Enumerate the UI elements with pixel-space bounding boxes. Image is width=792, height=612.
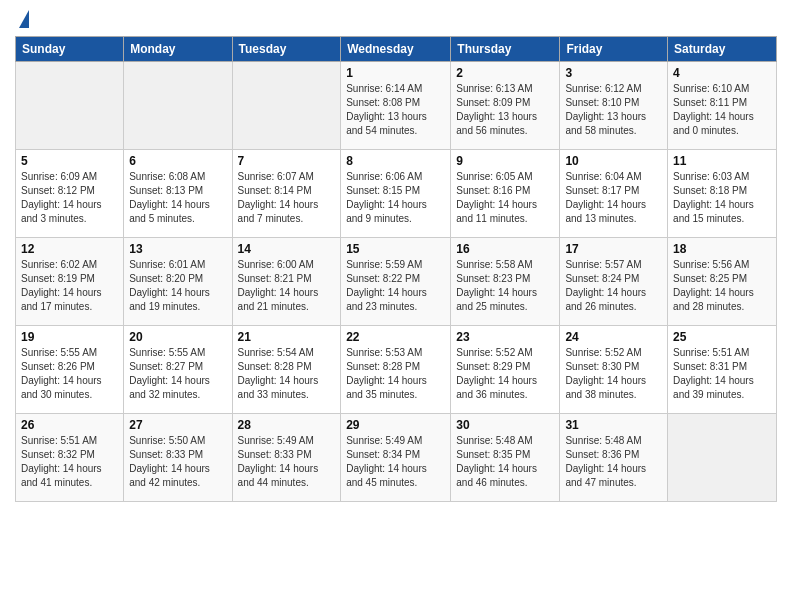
day-number: 24 — [565, 330, 662, 344]
day-cell: 20Sunrise: 5:55 AM Sunset: 8:27 PM Dayli… — [124, 326, 232, 414]
day-cell: 14Sunrise: 6:00 AM Sunset: 8:21 PM Dayli… — [232, 238, 341, 326]
week-row-1: 1Sunrise: 6:14 AM Sunset: 8:08 PM Daylig… — [16, 62, 777, 150]
day-number: 7 — [238, 154, 336, 168]
day-cell: 12Sunrise: 6:02 AM Sunset: 8:19 PM Dayli… — [16, 238, 124, 326]
day-cell — [124, 62, 232, 150]
header-day-tuesday: Tuesday — [232, 37, 341, 62]
day-number: 12 — [21, 242, 118, 256]
page: SundayMondayTuesdayWednesdayThursdayFrid… — [0, 0, 792, 512]
day-cell: 29Sunrise: 5:49 AM Sunset: 8:34 PM Dayli… — [341, 414, 451, 502]
day-cell: 10Sunrise: 6:04 AM Sunset: 8:17 PM Dayli… — [560, 150, 668, 238]
day-number: 14 — [238, 242, 336, 256]
day-number: 23 — [456, 330, 554, 344]
day-info: Sunrise: 5:52 AM Sunset: 8:29 PM Dayligh… — [456, 346, 554, 402]
day-cell: 30Sunrise: 5:48 AM Sunset: 8:35 PM Dayli… — [451, 414, 560, 502]
day-cell: 26Sunrise: 5:51 AM Sunset: 8:32 PM Dayli… — [16, 414, 124, 502]
calendar: SundayMondayTuesdayWednesdayThursdayFrid… — [15, 36, 777, 502]
day-cell: 21Sunrise: 5:54 AM Sunset: 8:28 PM Dayli… — [232, 326, 341, 414]
day-cell — [668, 414, 777, 502]
day-number: 9 — [456, 154, 554, 168]
day-info: Sunrise: 6:08 AM Sunset: 8:13 PM Dayligh… — [129, 170, 226, 226]
day-number: 22 — [346, 330, 445, 344]
day-number: 16 — [456, 242, 554, 256]
day-cell — [16, 62, 124, 150]
day-info: Sunrise: 5:59 AM Sunset: 8:22 PM Dayligh… — [346, 258, 445, 314]
day-cell: 13Sunrise: 6:01 AM Sunset: 8:20 PM Dayli… — [124, 238, 232, 326]
header-day-wednesday: Wednesday — [341, 37, 451, 62]
day-info: Sunrise: 5:50 AM Sunset: 8:33 PM Dayligh… — [129, 434, 226, 490]
day-number: 30 — [456, 418, 554, 432]
day-number: 19 — [21, 330, 118, 344]
day-info: Sunrise: 5:55 AM Sunset: 8:27 PM Dayligh… — [129, 346, 226, 402]
week-row-2: 5Sunrise: 6:09 AM Sunset: 8:12 PM Daylig… — [16, 150, 777, 238]
header — [15, 10, 777, 28]
day-cell: 19Sunrise: 5:55 AM Sunset: 8:26 PM Dayli… — [16, 326, 124, 414]
logo-triangle-icon — [19, 10, 29, 28]
day-info: Sunrise: 5:49 AM Sunset: 8:33 PM Dayligh… — [238, 434, 336, 490]
day-number: 10 — [565, 154, 662, 168]
day-number: 28 — [238, 418, 336, 432]
day-cell: 18Sunrise: 5:56 AM Sunset: 8:25 PM Dayli… — [668, 238, 777, 326]
day-info: Sunrise: 5:54 AM Sunset: 8:28 PM Dayligh… — [238, 346, 336, 402]
day-info: Sunrise: 6:13 AM Sunset: 8:09 PM Dayligh… — [456, 82, 554, 138]
day-number: 17 — [565, 242, 662, 256]
day-number: 1 — [346, 66, 445, 80]
day-cell: 7Sunrise: 6:07 AM Sunset: 8:14 PM Daylig… — [232, 150, 341, 238]
day-cell: 23Sunrise: 5:52 AM Sunset: 8:29 PM Dayli… — [451, 326, 560, 414]
day-number: 8 — [346, 154, 445, 168]
day-cell — [232, 62, 341, 150]
day-cell: 16Sunrise: 5:58 AM Sunset: 8:23 PM Dayli… — [451, 238, 560, 326]
day-cell: 15Sunrise: 5:59 AM Sunset: 8:22 PM Dayli… — [341, 238, 451, 326]
day-cell: 28Sunrise: 5:49 AM Sunset: 8:33 PM Dayli… — [232, 414, 341, 502]
day-info: Sunrise: 5:55 AM Sunset: 8:26 PM Dayligh… — [21, 346, 118, 402]
day-info: Sunrise: 6:10 AM Sunset: 8:11 PM Dayligh… — [673, 82, 771, 138]
day-info: Sunrise: 5:52 AM Sunset: 8:30 PM Dayligh… — [565, 346, 662, 402]
day-number: 3 — [565, 66, 662, 80]
header-row: SundayMondayTuesdayWednesdayThursdayFrid… — [16, 37, 777, 62]
day-cell: 31Sunrise: 5:48 AM Sunset: 8:36 PM Dayli… — [560, 414, 668, 502]
day-number: 21 — [238, 330, 336, 344]
day-number: 25 — [673, 330, 771, 344]
day-info: Sunrise: 6:05 AM Sunset: 8:16 PM Dayligh… — [456, 170, 554, 226]
day-number: 15 — [346, 242, 445, 256]
day-number: 13 — [129, 242, 226, 256]
day-cell: 22Sunrise: 5:53 AM Sunset: 8:28 PM Dayli… — [341, 326, 451, 414]
day-info: Sunrise: 5:49 AM Sunset: 8:34 PM Dayligh… — [346, 434, 445, 490]
day-cell: 27Sunrise: 5:50 AM Sunset: 8:33 PM Dayli… — [124, 414, 232, 502]
day-number: 27 — [129, 418, 226, 432]
day-number: 31 — [565, 418, 662, 432]
day-info: Sunrise: 5:51 AM Sunset: 8:31 PM Dayligh… — [673, 346, 771, 402]
day-number: 2 — [456, 66, 554, 80]
day-info: Sunrise: 6:06 AM Sunset: 8:15 PM Dayligh… — [346, 170, 445, 226]
day-number: 6 — [129, 154, 226, 168]
day-number: 29 — [346, 418, 445, 432]
day-cell: 25Sunrise: 5:51 AM Sunset: 8:31 PM Dayli… — [668, 326, 777, 414]
header-day-thursday: Thursday — [451, 37, 560, 62]
day-info: Sunrise: 5:53 AM Sunset: 8:28 PM Dayligh… — [346, 346, 445, 402]
week-row-4: 19Sunrise: 5:55 AM Sunset: 8:26 PM Dayli… — [16, 326, 777, 414]
day-info: Sunrise: 6:09 AM Sunset: 8:12 PM Dayligh… — [21, 170, 118, 226]
day-cell: 8Sunrise: 6:06 AM Sunset: 8:15 PM Daylig… — [341, 150, 451, 238]
day-cell: 9Sunrise: 6:05 AM Sunset: 8:16 PM Daylig… — [451, 150, 560, 238]
logo — [15, 10, 29, 28]
day-number: 20 — [129, 330, 226, 344]
day-number: 18 — [673, 242, 771, 256]
day-info: Sunrise: 5:51 AM Sunset: 8:32 PM Dayligh… — [21, 434, 118, 490]
day-info: Sunrise: 6:14 AM Sunset: 8:08 PM Dayligh… — [346, 82, 445, 138]
day-info: Sunrise: 6:04 AM Sunset: 8:17 PM Dayligh… — [565, 170, 662, 226]
header-day-friday: Friday — [560, 37, 668, 62]
day-info: Sunrise: 6:00 AM Sunset: 8:21 PM Dayligh… — [238, 258, 336, 314]
day-cell: 17Sunrise: 5:57 AM Sunset: 8:24 PM Dayli… — [560, 238, 668, 326]
day-info: Sunrise: 5:48 AM Sunset: 8:35 PM Dayligh… — [456, 434, 554, 490]
day-info: Sunrise: 6:03 AM Sunset: 8:18 PM Dayligh… — [673, 170, 771, 226]
day-info: Sunrise: 5:48 AM Sunset: 8:36 PM Dayligh… — [565, 434, 662, 490]
day-info: Sunrise: 6:02 AM Sunset: 8:19 PM Dayligh… — [21, 258, 118, 314]
day-info: Sunrise: 6:07 AM Sunset: 8:14 PM Dayligh… — [238, 170, 336, 226]
day-info: Sunrise: 6:12 AM Sunset: 8:10 PM Dayligh… — [565, 82, 662, 138]
day-info: Sunrise: 5:56 AM Sunset: 8:25 PM Dayligh… — [673, 258, 771, 314]
header-day-saturday: Saturday — [668, 37, 777, 62]
day-cell: 1Sunrise: 6:14 AM Sunset: 8:08 PM Daylig… — [341, 62, 451, 150]
day-info: Sunrise: 5:58 AM Sunset: 8:23 PM Dayligh… — [456, 258, 554, 314]
day-number: 26 — [21, 418, 118, 432]
day-number: 5 — [21, 154, 118, 168]
